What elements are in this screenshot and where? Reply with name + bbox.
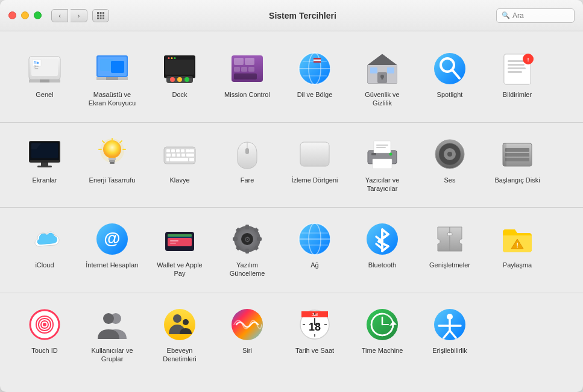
svg-rect-88 (166, 149, 170, 152)
forward-button[interactable]: › (71, 9, 87, 22)
pref-item-wallet[interactable]: Wallet ve Apple Pay (147, 215, 212, 283)
dil-label: Dil ve Bölge (297, 90, 333, 99)
pref-item-mission[interactable]: Mission Control (215, 45, 280, 113)
timemachine-label: Time Machine (362, 346, 403, 355)
close-button[interactable] (8, 11, 16, 19)
baslangic-label: Başlangıç Diski (494, 176, 540, 184)
dock-label: Dock (172, 90, 187, 99)
baslangic-icon (499, 136, 535, 172)
svg-rect-121 (505, 153, 529, 157)
pref-item-yazicilar[interactable]: Yazıcılar ve Tarayıcılar (350, 130, 415, 198)
svg-rect-123 (503, 143, 506, 166)
dock-icon (162, 51, 198, 87)
pref-item-ebeveyn[interactable]: Ebeveyn Denetimleri (147, 300, 212, 369)
bildirimler-icon: ! (499, 51, 535, 87)
svg-rect-96 (177, 154, 180, 157)
back-button[interactable]: ‹ (51, 9, 68, 22)
grid-toggle-button[interactable] (92, 9, 109, 22)
pref-item-dock[interactable]: Dock (147, 45, 212, 113)
pref-item-touchid[interactable]: Touch ID (12, 300, 77, 369)
svg-rect-47 (314, 58, 321, 60)
pref-item-fare[interactable]: Fare (215, 130, 280, 198)
spotlight-label: Spotlight (437, 90, 463, 99)
svg-point-31 (171, 57, 173, 59)
ekranlar-icon (27, 136, 63, 172)
bluetooth-icon (364, 221, 400, 257)
pref-item-ekranlar[interactable]: Ekranlar (12, 130, 77, 198)
svg-rect-37 (241, 67, 247, 72)
svg-point-160 (43, 323, 46, 326)
pref-item-ses[interactable]: Ses (417, 130, 482, 198)
ekranlar-label: Ekranlar (33, 176, 57, 184)
svg-rect-129 (168, 238, 192, 246)
fare-label: Fare (241, 176, 254, 184)
yazicilar-label: Yazıcılar ve Tarayıcılar (355, 176, 409, 193)
svg-rect-89 (171, 149, 175, 152)
svg-rect-7 (100, 17, 102, 19)
section-1-grid: File New One Genel (12, 45, 571, 113)
svg-rect-38 (248, 67, 254, 72)
svg-text:!: ! (528, 57, 529, 63)
ses-icon (432, 136, 468, 172)
svg-point-116 (447, 152, 452, 157)
svg-point-27 (177, 77, 182, 82)
genel-icon: File New One (27, 51, 63, 87)
pref-item-masaustu[interactable]: Masaüstü ve Ekran Koruyucu (80, 45, 145, 113)
svg-rect-55 (387, 67, 394, 73)
titlebar: ‹ › Sistem Tercihleri 🔍 (0, 0, 583, 31)
svg-rect-130 (170, 240, 178, 241)
svg-marker-51 (368, 54, 397, 65)
bluetooth-label: Bluetooth (368, 261, 396, 269)
pref-item-kullanicilar[interactable]: Kullanıcılar ve Gruplar (80, 300, 145, 369)
svg-rect-20 (111, 61, 124, 73)
fare-icon (229, 136, 265, 172)
pref-item-bluetooth[interactable]: Bluetooth (350, 215, 415, 283)
wallet-label: Wallet ve Apple Pay (153, 261, 207, 278)
svg-rect-3 (97, 14, 99, 16)
enerji-icon (94, 136, 130, 172)
pref-item-timemachine[interactable]: Time Machine (350, 300, 415, 369)
section-4: Touch ID (0, 293, 583, 378)
svg-rect-54 (370, 67, 377, 73)
pref-item-icloud[interactable]: iCloud (12, 215, 77, 283)
svg-text:@: @ (104, 229, 120, 247)
pref-item-tarih[interactable]: Jul 18 Tarih ve S (282, 300, 347, 369)
pref-item-guvenlik[interactable]: Güvenlik ve Gizlilik (350, 45, 415, 113)
traffic-lights (8, 11, 42, 19)
guvenlik-icon (364, 51, 400, 87)
pref-item-enerji[interactable]: Enerji Tasarrufu (80, 130, 145, 198)
pref-item-genel[interactable]: File New One Genel (12, 45, 77, 113)
pref-item-yazilim[interactable]: ⚙ Yazılım Güncelleme (215, 215, 280, 283)
pref-item-genisletmeler[interactable]: Genişletmeler (417, 215, 482, 283)
maximize-button[interactable] (34, 11, 42, 19)
tarih-label: Tarih ve Saat (295, 346, 334, 355)
pref-item-bildirimler[interactable]: ! Bildirimler (485, 45, 550, 113)
svg-point-77 (103, 140, 121, 158)
genisletmeler-icon (432, 221, 468, 257)
svg-rect-137 (257, 237, 262, 241)
svg-text:!: ! (516, 241, 518, 249)
pref-item-internet[interactable]: @ İnternet Hesapları (80, 215, 145, 283)
ebeveyn-icon (162, 306, 198, 343)
search-box[interactable]: 🔍 (496, 8, 575, 23)
pref-item-klavye[interactable]: Klavye (147, 130, 212, 198)
pref-item-siri[interactable]: Siri (215, 300, 280, 369)
ebeveyn-label: Ebeveyn Denetimleri (153, 346, 207, 364)
pref-item-ag[interactable]: Ağ (282, 215, 347, 283)
pref-item-paylasma[interactable]: ! Paylaşma (485, 215, 550, 283)
spotlight-icon (432, 51, 468, 87)
pref-item-izleme[interactable]: İzleme Dörtgeni (282, 130, 347, 198)
search-input[interactable] (512, 11, 567, 20)
wallet-icon (162, 221, 198, 257)
pref-item-spotlight[interactable]: Spotlight (417, 45, 482, 113)
siri-icon (229, 306, 265, 343)
pref-item-baslangic[interactable]: Başlangıç Diski (485, 130, 550, 198)
svg-point-32 (174, 57, 176, 59)
pref-item-erisebilirlik[interactable]: Erişilebilirlik (417, 300, 482, 369)
svg-rect-6 (97, 17, 99, 19)
svg-point-28 (184, 77, 189, 82)
minimize-button[interactable] (21, 11, 29, 19)
svg-rect-39 (234, 73, 257, 79)
pref-item-dil[interactable]: Dil ve Bölge (282, 45, 347, 113)
svg-rect-92 (186, 149, 189, 152)
